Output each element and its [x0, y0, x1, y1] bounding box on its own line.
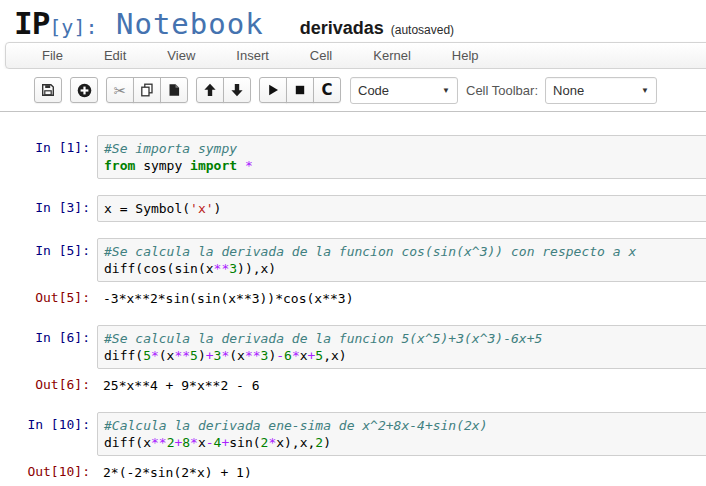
add-cell-button[interactable]	[70, 77, 98, 103]
chevron-down-icon: ▼	[641, 86, 649, 95]
menu-edit[interactable]: Edit	[90, 43, 140, 68]
run-cell-button[interactable]	[259, 77, 287, 103]
cell-toolbar-value: None	[553, 83, 584, 98]
code-cell-4: In [6]: #Se calcula la derivada de la fu…	[0, 325, 706, 396]
logo-notebook-label: Notebook	[116, 7, 264, 41]
notebook-title[interactable]: derivadas	[300, 18, 384, 39]
logo-ip-text: IP	[14, 5, 49, 41]
code-cell-3: In [5]: #Se calcula la derivada de la fu…	[0, 238, 706, 309]
input-prompt: In [3]:	[0, 195, 97, 215]
plus-circle-icon	[77, 83, 92, 98]
autosave-status: (autosaved)	[391, 23, 454, 37]
cell-type-select[interactable]: Code ▼	[350, 77, 458, 104]
ipython-logo[interactable]: IP[y]: Notebook	[14, 5, 264, 41]
copy-icon	[140, 83, 154, 97]
menu-file[interactable]: File	[28, 43, 77, 68]
notebook-header: IP[y]: Notebook derivadas (autosaved)	[0, 0, 706, 42]
cut-button[interactable]: ✂	[106, 77, 134, 103]
paste-icon	[167, 83, 181, 97]
move-cell-down-button[interactable]	[223, 77, 251, 103]
restart-kernel-button[interactable]: C	[313, 77, 341, 103]
code-input[interactable]: x = Symbol('x')	[97, 195, 706, 222]
save-icon	[41, 83, 55, 97]
chevron-down-icon: ▼	[442, 86, 450, 95]
menu-insert[interactable]: Insert	[222, 43, 283, 68]
notebook-area: In [1]: #Se importa sympyfrom sympy impo…	[0, 112, 706, 483]
output-text: 25*x**4 + 9*x**2 - 6	[97, 375, 266, 396]
input-prompt: In [5]:	[0, 238, 97, 258]
code-input[interactable]: #Se calcula la derivada de la funcion 5(…	[97, 325, 706, 369]
arrow-down-icon	[230, 83, 244, 97]
menu-bar: File Edit View Insert Cell Kernel Help	[5, 42, 706, 69]
menu-help[interactable]: Help	[438, 43, 493, 68]
input-prompt: In [1]:	[0, 135, 97, 155]
output-text: 2*(-2*sin(2*x) + 1)	[97, 462, 258, 483]
menu-kernel[interactable]: Kernel	[359, 43, 425, 68]
code-input[interactable]: #Se importa sympyfrom sympy import *	[97, 135, 706, 179]
cell-type-value: Code	[358, 83, 389, 98]
menu-cell[interactable]: Cell	[296, 43, 346, 68]
output-prompt: Out[5]:	[0, 288, 97, 305]
scissors-icon: ✂	[114, 83, 127, 98]
code-cell-1: In [1]: #Se importa sympyfrom sympy impo…	[0, 135, 706, 179]
cell-toolbar-label: Cell Toolbar:	[466, 83, 538, 98]
paste-button[interactable]	[160, 77, 188, 103]
output-prompt: Out[6]:	[0, 375, 97, 392]
menu-view[interactable]: View	[153, 43, 209, 68]
output-text: -3*x**2*sin(sin(x**3))*cos(x**3)	[97, 288, 359, 309]
interrupt-kernel-button[interactable]	[286, 77, 314, 103]
copy-button[interactable]	[133, 77, 161, 103]
input-prompt: In [10]:	[0, 412, 97, 432]
save-button[interactable]	[34, 77, 62, 103]
move-cell-up-button[interactable]	[196, 77, 224, 103]
play-icon	[266, 83, 280, 97]
logo-notebook-text	[98, 7, 116, 41]
code-cell-5: In [10]: #Calcula la derivada ene-sima d…	[0, 412, 706, 483]
code-cell-2: In [3]: x = Symbol('x')	[0, 195, 706, 222]
arrow-up-icon	[203, 83, 217, 97]
code-input[interactable]: #Se calcula la derivada de la funcion co…	[97, 238, 706, 282]
code-input[interactable]: #Calcula la derivada ene-sima de x^2+8x-…	[97, 412, 706, 456]
stop-icon	[293, 83, 307, 97]
main-toolbar: ✂	[0, 69, 706, 112]
restart-icon: C	[321, 83, 332, 98]
cell-toolbar-select[interactable]: None ▼	[545, 77, 657, 104]
output-prompt: Out[10]:	[0, 462, 97, 479]
logo-y-text: [y]:	[49, 15, 97, 39]
input-prompt: In [6]:	[0, 325, 97, 345]
